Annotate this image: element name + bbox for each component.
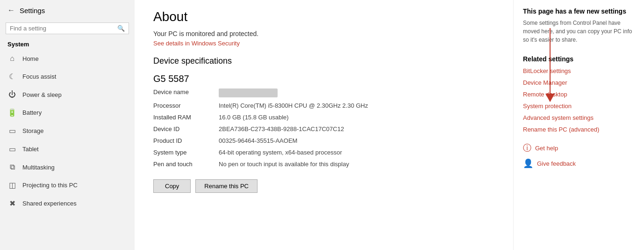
sidebar-item-label: Multitasking: [22, 164, 55, 171]
device-manager-link[interactable]: Device Manager: [523, 79, 635, 86]
device-name-blurred: DESKTOP-XXXXX: [219, 88, 278, 97]
sidebar-item-focus-assist[interactable]: ☾ Focus assist: [0, 67, 135, 86]
power-icon: ⏻: [7, 90, 17, 99]
device-specs-title: Device specifications: [153, 56, 494, 66]
storage-icon: ▭: [7, 126, 17, 135]
give-feedback-link[interactable]: Give feedback: [537, 160, 576, 167]
sidebar-item-storage[interactable]: ▭ Storage: [0, 122, 135, 140]
sidebar-item-label: Home: [22, 55, 39, 62]
focus-assist-icon: ☾: [7, 72, 17, 81]
advanced-system-link[interactable]: Advanced system settings: [523, 114, 635, 121]
sidebar-item-projecting[interactable]: ◫ Projecting to this PC: [0, 176, 135, 194]
spec-label: System type: [153, 147, 219, 158]
sidebar-item-label: Battery: [22, 109, 42, 116]
spec-label: Installed RAM: [153, 111, 219, 123]
spec-row-device-name: Device name DESKTOP-XXXXX: [153, 86, 480, 100]
home-icon: ⌂: [7, 54, 17, 63]
sidebar-item-multitasking[interactable]: ⧉ Multitasking: [0, 158, 135, 176]
sidebar-item-label: Power & sleep: [22, 91, 62, 98]
device-model: G5 5587: [153, 74, 494, 84]
search-input[interactable]: [10, 25, 114, 32]
battery-icon: 🔋: [7, 108, 17, 117]
sidebar-item-shared-experiences[interactable]: ✖ Shared experiences: [0, 194, 135, 213]
sidebar-title: Settings: [20, 7, 45, 15]
rename-pc-advanced-link[interactable]: Rename this PC (advanced): [523, 126, 635, 133]
sidebar-item-label: Projecting to this PC: [22, 182, 78, 189]
spec-value: 16.0 GB (15.8 GB usable): [219, 111, 480, 123]
notice-desc: Some settings from Control Panel have mo…: [523, 19, 635, 44]
spec-row-pen-touch: Pen and touch No pen or touch input is a…: [153, 158, 480, 170]
spec-label: Pen and touch: [153, 158, 219, 170]
related-title: Related settings: [523, 55, 635, 63]
system-protection-link[interactable]: System protection: [523, 103, 635, 110]
copy-button[interactable]: Copy: [153, 179, 191, 193]
remote-desktop-link[interactable]: Remote desktop: [523, 91, 635, 98]
sidebar-item-power-sleep[interactable]: ⏻ Power & sleep: [0, 86, 135, 103]
spec-row-product-id: Product ID 00325-96464-35515-AAOEM: [153, 135, 480, 147]
tablet-icon: ▭: [7, 145, 17, 154]
spec-value: DESKTOP-XXXXX: [219, 86, 480, 100]
bitlocker-link[interactable]: BitLocker settings: [523, 67, 635, 74]
sidebar-item-label: Storage: [22, 127, 44, 134]
spec-row-device-id: Device ID 2BEA736B-C273-438B-9288-1CAC17…: [153, 123, 480, 135]
sidebar-item-label: Focus assist: [22, 73, 56, 80]
right-panel: This page has a few new settings Some se…: [513, 0, 644, 250]
spec-label: Device ID: [153, 123, 219, 135]
sidebar-item-battery[interactable]: 🔋 Battery: [0, 103, 135, 122]
sidebar-header: ← Settings: [0, 0, 135, 21]
notice-title: This page has a few new settings: [523, 7, 635, 15]
get-help-link[interactable]: Get help: [535, 145, 558, 152]
spec-value: 2BEA736B-C273-438B-9288-1CAC17C07C12: [219, 123, 480, 135]
protected-text: Your PC is monitored and protected.: [153, 30, 494, 37]
spec-row-ram: Installed RAM 16.0 GB (15.8 GB usable): [153, 111, 480, 123]
button-row: Copy Rename this PC: [153, 179, 494, 193]
give-feedback-item[interactable]: 👤 Give feedback: [523, 158, 635, 169]
sidebar-item-tablet[interactable]: ▭ Tablet: [0, 140, 135, 158]
sidebar-item-label: Tablet: [22, 146, 39, 153]
spec-label: Processor: [153, 100, 219, 111]
security-link[interactable]: See details in Windows Security: [153, 40, 240, 47]
specs-table: Device name DESKTOP-XXXXX Processor Inte…: [153, 86, 480, 170]
give-feedback-icon: 👤: [523, 158, 533, 169]
spec-label: Device name: [153, 86, 219, 100]
main-content: About Your PC is monitored and protected…: [135, 0, 513, 250]
spec-value: 00325-96464-35515-AAOEM: [219, 135, 480, 147]
get-help-icon: ⓘ: [523, 142, 531, 154]
spec-row-processor: Processor Intel(R) Core(TM) i5-8300H CPU…: [153, 100, 480, 111]
page-title: About: [153, 9, 494, 24]
sidebar-item-label: Shared experiences: [22, 200, 77, 207]
spec-value: 64-bit operating system, x64-based proce…: [219, 147, 480, 158]
spec-row-system-type: System type 64-bit operating system, x64…: [153, 147, 480, 158]
search-box[interactable]: 🔍: [6, 22, 129, 34]
bottom-links: ⓘ Get help 👤 Give feedback: [523, 142, 635, 169]
sidebar: ← Settings 🔍 System ⌂ Home ☾ Focus assis…: [0, 0, 135, 250]
spec-value: Intel(R) Core(TM) i5-8300H CPU @ 2.30GHz…: [219, 100, 480, 111]
shared-icon: ✖: [7, 199, 17, 208]
search-icon: 🔍: [117, 25, 125, 32]
rename-button[interactable]: Rename this PC: [195, 179, 258, 193]
spec-value: No pen or touch input is available for t…: [219, 158, 480, 170]
spec-label: Product ID: [153, 135, 219, 147]
back-button[interactable]: ←: [7, 6, 15, 15]
get-help-item[interactable]: ⓘ Get help: [523, 142, 635, 154]
sidebar-item-home[interactable]: ⌂ Home: [0, 50, 135, 67]
multitasking-icon: ⧉: [7, 163, 17, 171]
system-section-label: System: [0, 38, 135, 50]
projecting-icon: ◫: [7, 181, 17, 190]
